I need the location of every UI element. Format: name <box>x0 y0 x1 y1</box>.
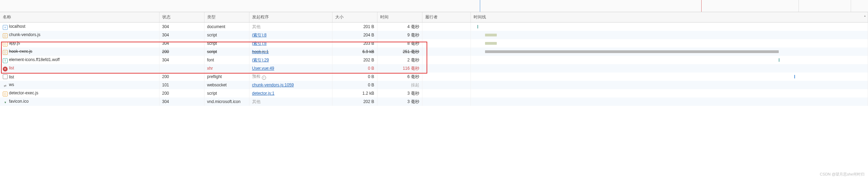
time-cell: 3 毫秒 <box>377 97 422 106</box>
table-row[interactable]: ⟨⟩detector-exec.js200scriptdetector.js:1… <box>0 89 868 97</box>
status-cell: 304 <box>159 23 204 31</box>
type-cell: script <box>204 39 249 48</box>
request-name: list <box>9 66 14 70</box>
type-cell: script <box>204 89 249 97</box>
table-row[interactable]: list200preflight预检i0 B6 毫秒 <box>0 73 868 81</box>
fulfilled-cell <box>422 64 470 73</box>
type-cell: document <box>204 23 249 31</box>
status-cell: 200 <box>159 48 204 56</box>
table-row[interactable]: ⇄ws101websocketchunk-vendors.js:10590 B挂… <box>0 81 868 89</box>
size-cell: 204 B <box>332 31 377 39</box>
waterfall-cell[interactable] <box>470 64 868 73</box>
status-cell: 101 <box>159 81 204 89</box>
fulfilled-cell <box>422 31 470 39</box>
waterfall-cell[interactable] <box>470 81 868 89</box>
table-row[interactable]: ≡localhost304document其他201 B4 毫秒 <box>0 23 868 31</box>
type-cell: font <box>204 56 249 64</box>
fulfilled-cell <box>422 73 470 81</box>
request-name: chunk-vendors.js <box>9 32 40 37</box>
request-name: favicon.ico <box>9 99 29 104</box>
status-cell: 304 <box>159 39 204 48</box>
table-row[interactable]: ✕listxhrUser.vue:490 B116 毫秒 <box>0 64 868 73</box>
col-header-time[interactable]: 时间 <box>377 12 422 23</box>
waterfall-cell[interactable] <box>470 48 868 56</box>
time-cell: 116 毫秒 <box>377 64 422 73</box>
initiator-cell[interactable]: (索引):29 <box>249 56 332 64</box>
initiator-cell[interactable]: (索引):8 <box>249 39 332 48</box>
waterfall-cell[interactable] <box>470 89 868 97</box>
time-cell: 6 毫秒 <box>377 73 422 81</box>
fulfilled-cell <box>422 23 470 31</box>
waterfall-cell[interactable] <box>470 31 868 39</box>
info-icon[interactable]: i <box>262 76 266 80</box>
initiator-cell: 其他 <box>249 97 332 106</box>
size-cell: 1.2 kB <box>332 89 377 97</box>
initiator-cell[interactable]: User.vue:49 <box>249 64 332 73</box>
websocket-icon: ⇄ <box>3 83 8 88</box>
time-cell: 9 毫秒 <box>377 31 422 39</box>
initiator-cell: 其他 <box>249 23 332 31</box>
time-cell: 挂起 <box>377 81 422 89</box>
status-cell: 304 <box>159 31 204 39</box>
time-cell: 251 毫秒 <box>377 48 422 56</box>
size-cell: 201 B <box>332 23 377 31</box>
request-name: detector-exec.js <box>9 91 38 95</box>
waterfall-cell[interactable] <box>470 23 868 31</box>
waterfall-cell[interactable] <box>470 73 868 81</box>
request-name: ws <box>9 82 14 87</box>
time-cell: 8 毫秒 <box>377 39 422 48</box>
size-cell: 0 B <box>332 73 377 81</box>
image-icon: ▾ <box>3 100 8 105</box>
initiator-cell[interactable]: (索引):8 <box>249 31 332 39</box>
script-icon: ⟨⟩ <box>3 92 8 96</box>
initiator-cell[interactable]: detector.js:1 <box>249 89 332 97</box>
col-header-waterfall[interactable]: 时间线 <box>470 12 868 23</box>
col-header-initiator[interactable]: 发起程序 <box>249 12 332 23</box>
timeline-overview[interactable] <box>0 0 868 12</box>
size-cell: 0 B <box>332 64 377 73</box>
request-name: list <box>9 75 14 79</box>
status-cell: 304 <box>159 97 204 106</box>
request-name: localhost <box>9 24 25 29</box>
type-cell: vnd.microsoft.icon <box>204 97 249 106</box>
col-header-size[interactable]: 大小 <box>332 12 377 23</box>
col-header-name[interactable]: 名称 <box>0 12 159 23</box>
status-cell: 200 <box>159 89 204 97</box>
fetch-icon <box>3 74 8 79</box>
error-icon: ✕ <box>3 67 8 71</box>
table-row[interactable]: ⟨⟩hook-exec.js200scripthook.js:16.9 kB25… <box>0 48 868 56</box>
fulfilled-cell <box>422 48 470 56</box>
waterfall-cell[interactable] <box>470 56 868 64</box>
fulfilled-cell <box>422 81 470 89</box>
table-row[interactable]: ⟨⟩app.js304script(索引):8203 B8 毫秒 <box>0 39 868 48</box>
size-cell: 6.9 kB <box>332 48 377 56</box>
script-icon: ⟨⟩ <box>3 50 8 55</box>
script-icon: ⟨⟩ <box>3 33 8 38</box>
size-cell: 202 B <box>332 56 377 64</box>
size-cell: 202 B <box>332 97 377 106</box>
col-header-type[interactable]: 类型 <box>204 12 249 23</box>
size-cell: 203 B <box>332 39 377 48</box>
waterfall-cell[interactable] <box>470 97 868 106</box>
font-icon: T <box>3 58 8 63</box>
type-cell: script <box>204 48 249 56</box>
network-panel: 名称 状态 类型 发起程序 大小 时间 履行者 时间线 ≡localhost30… <box>0 0 868 106</box>
time-cell: 2 毫秒 <box>377 56 422 64</box>
initiator-cell[interactable]: hook.js:1 <box>249 48 332 56</box>
status-cell <box>159 64 204 73</box>
request-name: hook-exec.js <box>9 49 32 54</box>
waterfall-cell[interactable] <box>470 39 868 48</box>
col-header-status[interactable]: 状态 <box>159 12 204 23</box>
col-header-fulfilled[interactable]: 履行者 <box>422 12 470 23</box>
status-cell: 304 <box>159 56 204 64</box>
table-row[interactable]: Telement-icons.ff18efd1.woff304font(索引):… <box>0 56 868 64</box>
fulfilled-cell <box>422 56 470 64</box>
time-cell: 3 毫秒 <box>377 89 422 97</box>
fulfilled-cell <box>422 39 470 48</box>
table-row[interactable]: ▾favicon.ico304vnd.microsoft.icon其他202 B… <box>0 97 868 106</box>
initiator-cell[interactable]: chunk-vendors.js:1059 <box>249 81 332 89</box>
header-row: 名称 状态 类型 发起程序 大小 时间 履行者 时间线 <box>0 12 868 23</box>
table-row[interactable]: ⟨⟩chunk-vendors.js304script(索引):8204 B9 … <box>0 31 868 39</box>
fulfilled-cell <box>422 97 470 106</box>
script-icon: ⟨⟩ <box>3 42 8 46</box>
